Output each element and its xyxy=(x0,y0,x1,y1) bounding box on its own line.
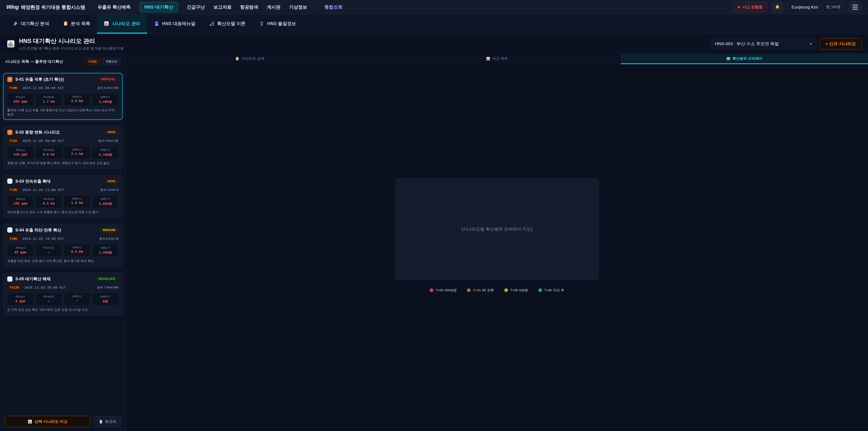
user-name: Eunjeong Kim xyxy=(792,5,818,10)
page-subtitle: 시간·조건별 대기확산 예측 시나리오 비교·검토 및 대응 의사결정 지원 xyxy=(19,46,124,51)
tab-label: 시나리오 관리 xyxy=(112,21,141,27)
notifications-button[interactable] xyxy=(772,1,783,13)
wind-info: 풍속 6.1m/s W xyxy=(99,237,119,241)
legend-dot xyxy=(430,288,433,292)
scenario-checkbox[interactable]: ✓ xyxy=(7,179,12,184)
document-icon xyxy=(99,420,103,424)
tab-dispersion-overlay[interactable]: 확산범위 오버레이 xyxy=(621,54,868,64)
stat-erpg2: ERPG-22.1 km xyxy=(64,147,90,159)
tab-dispersion-model-theory[interactable]: 확산모델 이론 xyxy=(202,14,252,34)
nav-item-reports[interactable]: 보고자료 xyxy=(214,4,232,10)
dispersion-overlay-map[interactable]: [시나리오별 확산범위 오버레이 지도] xyxy=(395,178,599,280)
wind-info: 풍속 4.8m/s SE xyxy=(98,139,119,143)
scenario-card-s01[interactable]: ✓ S-01 유출 직후 (초기 확산) CRITICAL T+0h 2024.… xyxy=(3,73,123,120)
tab-scenario-management[interactable]: 시나리오 관리 xyxy=(97,14,147,34)
sidebar-footer: 선택 시나리오 비교 보고서 xyxy=(0,412,126,431)
chevron-down-icon: ▾ xyxy=(810,41,812,46)
report-button[interactable]: 보고서 xyxy=(94,416,121,427)
severity-badge: CRITICAL xyxy=(97,76,119,82)
tab-scenario-detail[interactable]: 시나리오 상세 xyxy=(126,54,373,64)
new-scenario-button[interactable]: + 신규 시나리오 xyxy=(819,38,862,50)
nav-item-emergency-rescue[interactable]: 긴급구난 xyxy=(187,4,205,10)
scenario-checkbox[interactable]: ✓ xyxy=(7,276,12,282)
compare-scenarios-button[interactable]: 선택 시나리오 비교 xyxy=(4,416,90,427)
stat-affected-population: 영향인구5,100명 xyxy=(92,147,119,159)
stat-erpg2: ERPG-2— xyxy=(64,293,90,305)
stat-idlh-radius: IDLH반경— xyxy=(35,293,62,305)
legend-label: T+1h SE 전환 xyxy=(473,288,494,293)
logout-button[interactable]: 로그아웃 xyxy=(822,2,844,12)
compare-button-label: 선택 시나리오 비교 xyxy=(35,419,67,424)
map-placeholder-text: [시나리오별 확산범위 오버레이 지도] xyxy=(462,226,532,232)
module-tab-bar: 대기확산 분석 분석 목록 시나리오 관리 HNS 대응매뉴얼 확산모델 이론 … xyxy=(0,14,868,34)
stat-affected-population: 영향인구3,200명 xyxy=(92,94,119,106)
tab-dispersion-analysis[interactable]: 대기확산 분석 xyxy=(6,14,56,34)
stat-max-concentration: 최대농도420 ppm xyxy=(7,147,33,159)
tab-label: 분석 목록 xyxy=(71,21,90,27)
sort-by-time-button[interactable]: 시간순 xyxy=(85,58,100,65)
legend-dot xyxy=(538,288,542,292)
severity-badge: HIGH xyxy=(104,178,119,184)
scenario-checkbox[interactable]: ✓ xyxy=(7,227,12,233)
tab-label: 대기확산 분석 xyxy=(21,21,49,27)
scenario-card-s04[interactable]: ✓ S-04 유출 차단·잔류 확산 MEDIUM T+6h 2024.11.0… xyxy=(3,224,123,267)
pen-icon xyxy=(13,21,18,26)
nav-item-integrated-search[interactable]: 통합조회 xyxy=(324,4,343,10)
wind-info: 풍속 5.2m/s SW xyxy=(97,86,119,90)
scenario-datetime: 2024.11.03 09:00 KST xyxy=(22,139,64,143)
stat-idlh-radius: IDLH반경0.5 km xyxy=(35,195,62,208)
tab-label: HNS 대응매뉴얼 xyxy=(162,21,195,27)
scenario-card-s02[interactable]: ✓ S-02 풍향 변화 시나리오 HIGH T+1h 2024.11.03 0… xyxy=(3,126,123,168)
scenario-title: S-01 유출 직후 (초기 확산) xyxy=(16,76,64,82)
tab-label: 확산모델 이론 xyxy=(217,21,246,27)
top-navigation-bar: Wing 해양환경 위기대응 통합시스템 유출유 확산예측 HNS·대기확산 긴… xyxy=(0,0,868,14)
incident-in-progress-badge[interactable]: 사고 진행중 xyxy=(733,2,767,12)
main-panel: 시나리오 상세 비교 차트 확산범위 오버레이 [시나리오별 확산범위 오버레이… xyxy=(126,54,868,431)
incident-select-dropdown[interactable]: HNS-003 · 부산 수소 추진연 폭발 ▾ xyxy=(710,38,816,50)
legend-item-t0: T+0h SW방향 xyxy=(430,288,457,293)
scenario-datetime: 2024.11.03 08:00 KST xyxy=(22,86,64,90)
check-icon: ✓ xyxy=(8,78,11,81)
legend-label: T+0h SW방향 xyxy=(436,288,457,293)
sort-by-risk-button[interactable]: 위험도순 xyxy=(102,58,121,65)
nav-item-weather[interactable]: 기상정보 xyxy=(289,4,307,10)
clipboard-icon xyxy=(235,57,239,61)
hamburger-menu-button[interactable] xyxy=(848,1,862,13)
hamburger-icon xyxy=(852,5,858,5)
bell-icon xyxy=(775,4,780,10)
stat-affected-population: 영향인구0명 xyxy=(92,293,119,305)
tab-hns-substance-info[interactable]: HNS 물질정보 xyxy=(252,14,303,34)
primary-nav: 유출유 확산예측 HNS·대기확산 긴급구난 보고자료 항공탐색 게시판 기상정… xyxy=(98,2,342,13)
nav-item-hns-dispersion[interactable]: HNS·대기확산 xyxy=(139,2,178,13)
stat-max-concentration: 최대농도850 ppm xyxy=(7,94,33,106)
nav-item-board[interactable]: 게시판 xyxy=(267,4,281,10)
time-offset-chip: T+12h xyxy=(7,284,21,290)
logo-wordmark: Wing xyxy=(6,4,19,10)
scenario-checkbox[interactable]: ✓ xyxy=(7,130,12,135)
scenario-card-list: ✓ S-01 유출 직후 (초기 확산) CRITICAL T+0h 2024.… xyxy=(0,69,126,412)
tab-label: 확산범위 오버레이 xyxy=(733,56,763,61)
tab-comparison-chart[interactable]: 비교 차트 xyxy=(373,54,620,64)
scenario-checkbox[interactable]: ✓ xyxy=(7,77,12,82)
tab-label: HNS 물질정보 xyxy=(267,21,296,27)
bar-chart-icon xyxy=(104,21,109,26)
scenario-card-s05[interactable]: ✓ S-05 대기확산 해제 RESOLVED T+12h 2024.11.03… xyxy=(3,273,123,315)
scenario-title: S-02 풍향 변화 시나리오 xyxy=(16,129,60,135)
bar-chart-icon xyxy=(6,39,16,49)
nav-item-oil-spill[interactable]: 유출유 확산예측 xyxy=(98,4,131,10)
scenario-title: S-04 유출 차단·잔류 확산 xyxy=(16,227,61,233)
severity-badge: MEDIUM xyxy=(100,227,119,233)
tab-hns-response-manual[interactable]: HNS 대응매뉴얼 xyxy=(147,14,202,34)
nav-item-aerial-search[interactable]: 항공탐색 xyxy=(240,4,258,10)
stat-idlh-radius: IDLH반경0.8 km xyxy=(35,147,62,159)
tab-analysis-list[interactable]: 분석 목록 xyxy=(56,14,97,34)
wind-info: 풍속 7.3m/s NW xyxy=(97,285,119,289)
scenario-description: 연속유출 3시간 경과. 누적 유출량 증가. 풍속 감소로 체류 시간 증가. xyxy=(7,210,119,214)
scenario-title: S-03 연속유출 확대 xyxy=(16,179,51,184)
severity-badge: RESOLVED xyxy=(95,276,119,282)
page-title: HNS 대기확산 시나리오 관리 xyxy=(19,37,124,45)
scenario-card-s03[interactable]: ✓ S-03 연속유출 확대 HIGH T+3h 2024.11.03 11:0… xyxy=(3,175,123,218)
scenario-description: 톨루엔 2.5톤 순간 유출. SW 풍향으로 온산 산업단지 방향 확산. I… xyxy=(7,108,119,116)
main-view-tabs: 시나리오 상세 비교 차트 확산범위 오버레이 xyxy=(126,54,868,64)
system-title: 해양환경 위기대응 통합시스템 xyxy=(21,4,85,10)
